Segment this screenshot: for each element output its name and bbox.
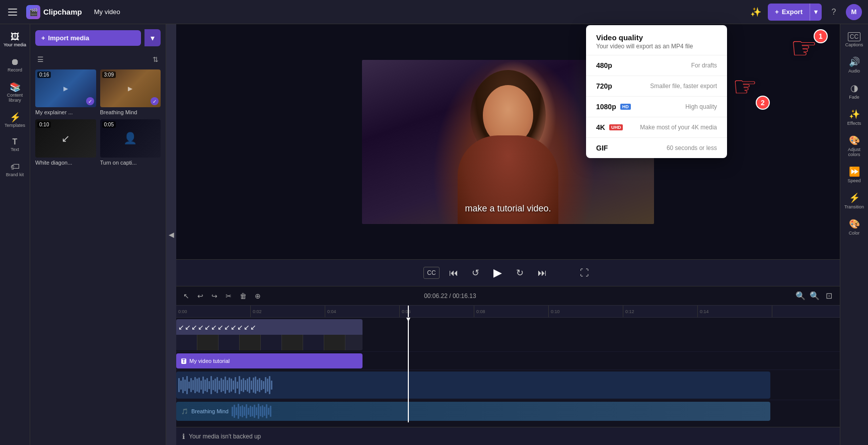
collapse-panel-button[interactable]: ◀ [166,24,176,445]
playback-controls: CC ⏮ ↺ ▶ ↻ ⏭ ⛶ [176,259,840,286]
captions-button[interactable]: CC [423,267,439,279]
music-clip[interactable]: 🎵 Breathing Mind [176,402,770,421]
cut-tool[interactable]: ✂ [224,290,234,302]
track-container: ↙ ↙ ↙ ↙ ↙ ↙ ↙ ↙ ↙ ↙ ↙ ↙ [176,318,840,422]
right-sidebar-captions[interactable]: CC Captions [842,28,867,51]
sidebar-item-record[interactable]: ⏺ Record [2,53,29,77]
media-panel: + Import media ▾ ☰ ⇅ ▶ 0:16 ✓ My explain… [30,24,166,445]
cursor-number-1: 1 [814,29,828,43]
export-btn-main[interactable]: + Export [768,4,810,21]
redo-button[interactable]: ↪ [209,290,220,302]
quality-480p[interactable]: 480p For drafts [586,55,727,76]
fullscreen-button[interactable]: ⛶ [576,265,593,281]
project-name[interactable]: My video [90,6,124,18]
quality-480p-desc: For drafts [691,62,717,69]
media-duration-1: 0:16 [37,71,51,78]
export-button[interactable]: + Export ▾ [768,4,822,21]
right-sidebar-adjust[interactable]: 🎨 Adjust colors [842,131,867,161]
quality-4k-label: 4K UHD [596,123,623,131]
export-label: Export [782,8,803,16]
avatar[interactable]: M [846,4,862,20]
skip-back-button[interactable]: ⏮ [446,265,462,281]
video-track-row: ↙ ↙ ↙ ↙ ↙ ↙ ↙ ↙ ↙ ↙ ↙ ↙ [176,318,840,352]
sidebar-item-text[interactable]: T Text [2,134,29,156]
quality-720p[interactable]: 720p Smaller file, faster export [586,76,727,97]
filter-btn[interactable]: ☰ [35,53,46,65]
magic-icon[interactable]: ✨ [748,4,764,20]
skip-forward-button[interactable]: ⏭ [534,265,550,281]
media-grid: ▶ 0:16 ✓ My explainer ... ▶ 3:09 ✓ Breat… [30,69,166,166]
media-item[interactable]: ▶ 3:09 ✓ Breathing Mind [100,69,161,115]
right-sidebar-effects[interactable]: ✨ Effects [842,105,867,130]
status-icon: ℹ [182,432,185,440]
zoom-in-button[interactable]: 🔍 [809,290,821,302]
media-name-1: My explainer ... [35,109,96,115]
quality-1080p-label: 1080p HD [596,103,631,111]
timeline-time-display: 00:06.22 / 00:16.13 [424,292,476,300]
delete-button[interactable]: 🗑 [238,290,249,302]
music-clip-label: Breathing Mind [191,408,229,414]
dropdown-title: Video quality [596,33,717,42]
fade-icon: ◑ [850,83,858,94]
import-media-button[interactable]: + Import media [35,30,141,46]
media-name-4: Turn on capti... [100,160,161,166]
timeline-toolbar: ↖ ↩ ↪ ✂ 🗑 ⊕ 00:06.22 / 00:16.13 🔍 🔍 ⊡ [176,286,840,306]
media-icon: 🖼 [11,32,20,41]
hd-badge: HD [620,104,631,110]
quality-1080p-desc: High quality [685,103,717,110]
forward-button[interactable]: ↻ [512,265,528,281]
rewind-button[interactable]: ↺ [468,265,484,281]
zoom-out-button[interactable]: 🔍 [794,290,807,302]
right-sidebar-audio[interactable]: 🔊 Audio [842,52,867,78]
right-sidebar: CC Captions 🔊 Audio ◑ Fade ✨ Effects 🎨 A… [840,24,868,445]
import-arrow-button[interactable]: ▾ [144,29,161,46]
help-button[interactable]: ? [826,4,842,20]
transition-icon: ⚡ [849,192,860,203]
uhd-badge: UHD [609,124,623,130]
quality-gif[interactable]: GIF 60 seconds or less [586,138,727,158]
fit-zoom-button[interactable]: ⊡ [823,290,835,302]
right-sidebar-transition[interactable]: ⚡ Transition [842,188,867,213]
effects-icon: ✨ [849,109,860,120]
dropdown-subtitle: Your video will export as an MP4 file [596,43,717,50]
sidebar-item-media[interactable]: 🖼 Your media [2,28,29,51]
sidebar-item-brand[interactable]: 🏷 Brand kit [2,158,29,181]
text-clip[interactable]: T My video tutorial [176,353,363,368]
media-item[interactable]: ↙ 0:10 White diagon... [35,119,96,165]
media-duration-2: 3:09 [102,71,116,78]
content-icon: 📚 [10,83,21,92]
media-item[interactable]: ▶ 0:16 ✓ My explainer ... [35,69,96,115]
lock-button[interactable]: ⊕ [253,290,263,302]
media-check-1: ✓ [86,97,94,105]
main-layout: 🖼 Your media ⏺ Record 📚 Content library … [0,24,868,445]
media-thumb-3: ↙ 0:10 [35,119,96,157]
sidebar-item-content[interactable]: 📚 Content library [2,79,29,107]
timeline-tracks[interactable]: ↙ ↙ ↙ ↙ ↙ ↙ ↙ ↙ ↙ ↙ ↙ ↙ [176,318,840,427]
play-button[interactable]: ▶ [490,265,506,281]
export-arrow[interactable]: ▾ [810,4,822,21]
media-panel-header: + Import media ▾ [30,24,166,51]
audio-clip[interactable] [176,372,770,399]
text-clip-label: My video tutorial [189,358,230,364]
right-sidebar-speed[interactable]: ⏩ Speed [842,162,867,187]
menu-icon[interactable] [6,4,22,20]
cursor-number-2: 2 [756,96,770,110]
brand-icon: 🏷 [11,162,20,171]
sidebar-item-templates[interactable]: ⚡ Templates [2,109,29,132]
right-sidebar-color[interactable]: 🎨 Color [842,214,867,240]
selection-tool[interactable]: ↖ [181,290,191,302]
music-track-row: 🎵 Breathing Mind [176,400,840,422]
quality-4k[interactable]: 4K UHD Make most of your 4K media [586,117,727,138]
sidebar-media-label: Your media [4,42,26,47]
export-plus-icon: + [775,8,779,16]
zoom-controls: 🔍 🔍 ⊡ [794,290,835,302]
undo-button[interactable]: ↩ [195,290,205,302]
quality-1080p[interactable]: 1080p HD High quality [586,97,727,117]
sort-btn[interactable]: ⇅ [151,53,161,65]
media-name-3: White diagon... [35,160,96,166]
right-sidebar-fade[interactable]: ◑ Fade [842,79,867,104]
music-note-icon: 🎵 [181,408,188,415]
media-item[interactable]: 👤 0:05 Turn on capti... [100,119,161,165]
media-duration-4: 0:05 [102,121,116,128]
video-preview: make a tutorial video. [176,24,840,259]
